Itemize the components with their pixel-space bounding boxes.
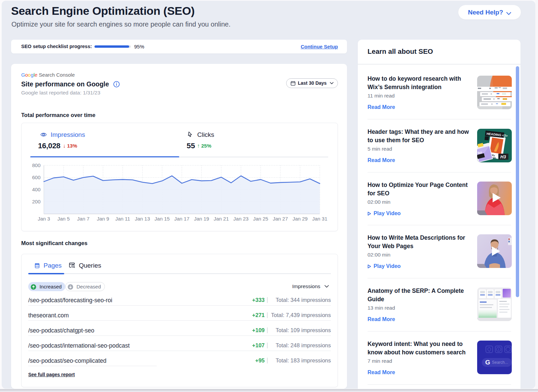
svg-text:H3: H3	[500, 154, 506, 159]
svg-text:600: 600	[32, 174, 40, 180]
svg-text:Jan 25: Jan 25	[253, 216, 268, 222]
svg-text:Jan 29: Jan 29	[293, 216, 308, 222]
svg-text:Jan 3: Jan 3	[38, 216, 50, 222]
svg-text:G: G	[485, 359, 490, 366]
svg-text:Jan 31: Jan 31	[312, 216, 327, 222]
svg-text:Jan 7: Jan 7	[77, 216, 89, 222]
svg-text:800: 800	[32, 162, 40, 168]
svg-text:Jan 13: Jan 13	[135, 216, 150, 222]
svg-text:Jan 11: Jan 11	[115, 216, 130, 222]
svg-text:200: 200	[32, 199, 40, 204]
svg-text:Jan 19: Jan 19	[194, 216, 209, 222]
svg-text:400: 400	[32, 187, 40, 192]
svg-text:Jan 15: Jan 15	[155, 216, 170, 222]
svg-text:Jan 17: Jan 17	[174, 216, 189, 222]
svg-text:Jan 23: Jan 23	[233, 216, 248, 222]
svg-text:Jan 5: Jan 5	[57, 216, 70, 222]
svg-text:Search...: Search...	[492, 360, 508, 365]
svg-text:Jan 27: Jan 27	[273, 216, 288, 222]
svg-text:Jan 9: Jan 9	[97, 216, 109, 222]
svg-text:Jan 21: Jan 21	[214, 216, 229, 222]
